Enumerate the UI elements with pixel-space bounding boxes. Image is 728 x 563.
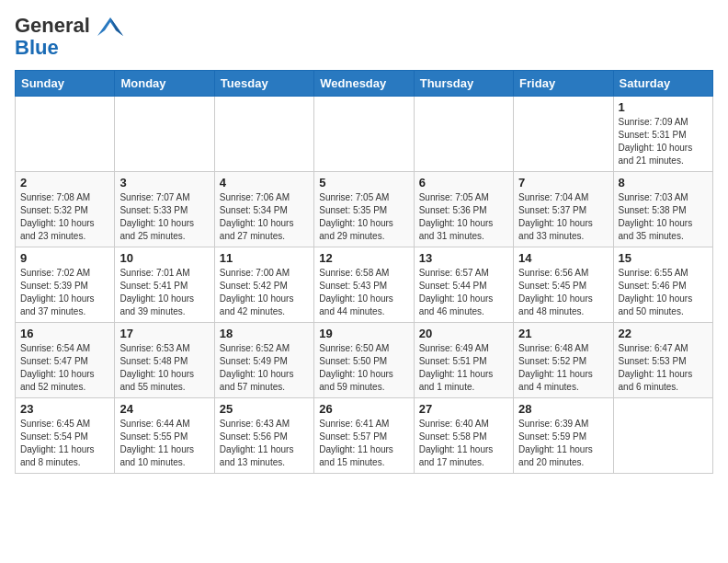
calendar-cell — [16, 97, 115, 172]
day-number: 21 — [518, 327, 608, 340]
calendar-cell: 3Sunrise: 7:07 AM Sunset: 5:33 PM Daylig… — [115, 172, 214, 247]
calendar-cell: 6Sunrise: 7:05 AM Sunset: 5:36 PM Daylig… — [414, 172, 513, 247]
calendar-cell: 4Sunrise: 7:06 AM Sunset: 5:34 PM Daylig… — [214, 172, 313, 247]
day-info: Sunrise: 7:00 AM Sunset: 5:42 PM Dayligh… — [220, 267, 309, 318]
calendar-cell: 27Sunrise: 6:40 AM Sunset: 5:58 PM Dayli… — [414, 398, 513, 474]
weekday-header-sunday: Sunday — [16, 71, 115, 97]
calendar-cell — [613, 398, 712, 474]
day-number: 1 — [619, 100, 708, 114]
weekday-header-tuesday: Tuesday — [214, 71, 313, 97]
calendar-cell: 5Sunrise: 7:05 AM Sunset: 5:35 PM Daylig… — [314, 172, 414, 247]
day-number: 5 — [319, 176, 408, 190]
day-number: 9 — [20, 251, 109, 265]
day-number: 10 — [119, 251, 209, 265]
day-info: Sunrise: 7:03 AM Sunset: 5:38 PM Dayligh… — [619, 191, 708, 243]
day-info: Sunrise: 6:56 AM Sunset: 5:45 PM Dayligh… — [518, 267, 608, 318]
day-number: 25 — [220, 402, 309, 416]
calendar-cell: 22Sunrise: 6:47 AM Sunset: 5:53 PM Dayli… — [613, 323, 712, 398]
calendar-week-row: 23Sunrise: 6:45 AM Sunset: 5:54 PM Dayli… — [16, 398, 713, 474]
page-header: General Blue — [15, 15, 713, 59]
day-info: Sunrise: 7:01 AM Sunset: 5:41 PM Dayligh… — [119, 267, 209, 318]
day-info: Sunrise: 7:02 AM Sunset: 5:39 PM Dayligh… — [20, 267, 109, 318]
calendar-cell: 10Sunrise: 7:01 AM Sunset: 5:41 PM Dayli… — [115, 247, 214, 323]
day-number: 12 — [319, 251, 408, 265]
day-number: 8 — [619, 176, 708, 190]
day-info: Sunrise: 7:04 AM Sunset: 5:37 PM Dayligh… — [518, 191, 608, 243]
calendar-cell — [414, 97, 513, 172]
calendar-cell: 25Sunrise: 6:43 AM Sunset: 5:56 PM Dayli… — [214, 398, 313, 474]
day-number: 14 — [518, 251, 608, 265]
calendar-cell: 9Sunrise: 7:02 AM Sunset: 5:39 PM Daylig… — [16, 247, 115, 323]
day-info: Sunrise: 7:07 AM Sunset: 5:33 PM Dayligh… — [119, 191, 209, 243]
day-info: Sunrise: 7:06 AM Sunset: 5:34 PM Dayligh… — [220, 191, 309, 243]
calendar-cell: 20Sunrise: 6:49 AM Sunset: 5:51 PM Dayli… — [414, 323, 513, 398]
day-info: Sunrise: 6:52 AM Sunset: 5:49 PM Dayligh… — [220, 342, 309, 394]
logo-bird-icon — [97, 17, 123, 36]
day-info: Sunrise: 6:58 AM Sunset: 5:43 PM Dayligh… — [319, 267, 408, 318]
day-number: 15 — [619, 251, 708, 265]
calendar-cell: 23Sunrise: 6:45 AM Sunset: 5:54 PM Dayli… — [16, 398, 115, 474]
day-number: 19 — [319, 327, 408, 340]
calendar-cell: 14Sunrise: 6:56 AM Sunset: 5:45 PM Dayli… — [514, 247, 613, 323]
calendar-week-row: 1Sunrise: 7:09 AM Sunset: 5:31 PM Daylig… — [16, 97, 713, 172]
day-info: Sunrise: 6:40 AM Sunset: 5:58 PM Dayligh… — [419, 418, 508, 469]
logo-general: General — [15, 14, 90, 37]
day-number: 18 — [220, 327, 309, 340]
day-number: 16 — [20, 327, 109, 340]
calendar-cell: 18Sunrise: 6:52 AM Sunset: 5:49 PM Dayli… — [214, 323, 313, 398]
calendar-cell: 7Sunrise: 7:04 AM Sunset: 5:37 PM Daylig… — [514, 172, 613, 247]
calendar-table: SundayMondayTuesdayWednesdayThursdayFrid… — [15, 70, 713, 474]
calendar-cell: 12Sunrise: 6:58 AM Sunset: 5:43 PM Dayli… — [314, 247, 414, 323]
day-info: Sunrise: 6:44 AM Sunset: 5:55 PM Dayligh… — [119, 418, 209, 469]
day-info: Sunrise: 6:39 AM Sunset: 5:59 PM Dayligh… — [518, 418, 608, 469]
weekday-header-friday: Friday — [514, 71, 613, 97]
weekday-header-row: SundayMondayTuesdayWednesdayThursdayFrid… — [16, 71, 713, 97]
weekday-header-wednesday: Wednesday — [314, 71, 414, 97]
calendar-cell: 19Sunrise: 6:50 AM Sunset: 5:50 PM Dayli… — [314, 323, 414, 398]
calendar-cell: 24Sunrise: 6:44 AM Sunset: 5:55 PM Dayli… — [115, 398, 214, 474]
day-info: Sunrise: 6:47 AM Sunset: 5:53 PM Dayligh… — [619, 342, 708, 394]
weekday-header-monday: Monday — [115, 71, 214, 97]
day-number: 20 — [419, 327, 508, 340]
day-number: 28 — [518, 402, 608, 416]
calendar-cell: 13Sunrise: 6:57 AM Sunset: 5:44 PM Dayli… — [414, 247, 513, 323]
calendar-cell: 2Sunrise: 7:08 AM Sunset: 5:32 PM Daylig… — [16, 172, 115, 247]
calendar-week-row: 9Sunrise: 7:02 AM Sunset: 5:39 PM Daylig… — [16, 247, 713, 323]
day-number: 27 — [419, 402, 508, 416]
day-info: Sunrise: 7:05 AM Sunset: 5:36 PM Dayligh… — [419, 191, 508, 243]
day-number: 3 — [119, 176, 209, 190]
calendar-cell — [314, 97, 414, 172]
day-info: Sunrise: 6:55 AM Sunset: 5:46 PM Dayligh… — [619, 267, 708, 318]
day-number: 4 — [220, 176, 309, 190]
calendar-cell — [514, 97, 613, 172]
calendar-cell: 11Sunrise: 7:00 AM Sunset: 5:42 PM Dayli… — [214, 247, 313, 323]
calendar-cell — [115, 97, 214, 172]
day-info: Sunrise: 6:45 AM Sunset: 5:54 PM Dayligh… — [20, 418, 109, 469]
calendar-week-row: 2Sunrise: 7:08 AM Sunset: 5:32 PM Daylig… — [16, 172, 713, 247]
calendar-cell: 28Sunrise: 6:39 AM Sunset: 5:59 PM Dayli… — [514, 398, 613, 474]
weekday-header-saturday: Saturday — [613, 71, 712, 97]
day-number: 22 — [619, 327, 708, 340]
day-info: Sunrise: 6:43 AM Sunset: 5:56 PM Dayligh… — [220, 418, 309, 469]
day-number: 23 — [20, 402, 109, 416]
calendar-cell: 21Sunrise: 6:48 AM Sunset: 5:52 PM Dayli… — [514, 323, 613, 398]
logo: General Blue — [15, 15, 123, 59]
day-info: Sunrise: 6:48 AM Sunset: 5:52 PM Dayligh… — [518, 342, 608, 394]
day-info: Sunrise: 6:49 AM Sunset: 5:51 PM Dayligh… — [419, 342, 508, 394]
day-number: 13 — [419, 251, 508, 265]
day-info: Sunrise: 6:50 AM Sunset: 5:50 PM Dayligh… — [319, 342, 408, 394]
calendar-cell: 1Sunrise: 7:09 AM Sunset: 5:31 PM Daylig… — [613, 97, 712, 172]
day-info: Sunrise: 6:57 AM Sunset: 5:44 PM Dayligh… — [419, 267, 508, 318]
svg-marker-1 — [110, 17, 123, 36]
weekday-header-thursday: Thursday — [414, 71, 513, 97]
day-info: Sunrise: 6:53 AM Sunset: 5:48 PM Dayligh… — [119, 342, 209, 394]
day-number: 26 — [319, 402, 408, 416]
day-info: Sunrise: 7:05 AM Sunset: 5:35 PM Dayligh… — [319, 191, 408, 243]
calendar-cell: 8Sunrise: 7:03 AM Sunset: 5:38 PM Daylig… — [613, 172, 712, 247]
calendar-cell: 17Sunrise: 6:53 AM Sunset: 5:48 PM Dayli… — [115, 323, 214, 398]
day-number: 7 — [518, 176, 608, 190]
day-number: 24 — [119, 402, 209, 416]
day-info: Sunrise: 7:09 AM Sunset: 5:31 PM Dayligh… — [619, 116, 708, 167]
calendar-cell: 16Sunrise: 6:54 AM Sunset: 5:47 PM Dayli… — [16, 323, 115, 398]
day-number: 17 — [119, 327, 209, 340]
